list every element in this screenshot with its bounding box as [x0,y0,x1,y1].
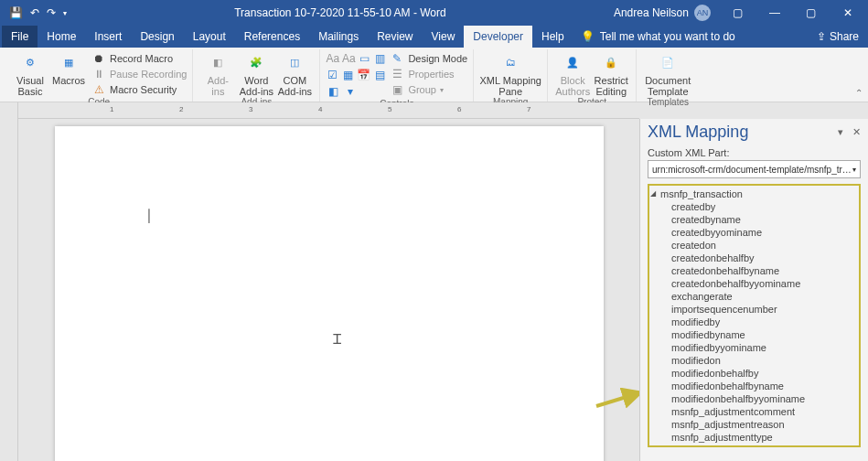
lightbulb-icon: 💡 [581,30,595,43]
document-area[interactable]: │ Ꮖ [18,119,639,461]
minimize-icon[interactable]: — [758,0,791,26]
addins-icon: ◧ [207,51,229,73]
tree-node[interactable]: modifiedonbehalfby [651,367,857,380]
macros-button[interactable]: ▦ Macros [49,51,88,86]
tree-node[interactable]: msnfp_adjustmentcomment [651,405,857,418]
tree-node[interactable]: importsequencenumber [651,303,857,316]
properties-button: ☰Properties [390,67,467,81]
record-icon: ⏺ [91,51,106,66]
dropdown-value: urn:microsoft-crm/document-template/msnf… [652,165,852,175]
pause-recording-button: ⏸Pause Recording [91,67,187,81]
com-addins-button[interactable]: ◫ COM Add-ins [275,51,314,97]
block-authors-icon: 👤 [562,51,584,73]
tree-node[interactable]: modifiedonbehalfbyname [651,380,857,392]
record-macro-button[interactable]: ⏺Record Macro [91,51,187,66]
user-name[interactable]: Andrea Neilson [614,6,689,19]
tree-node[interactable]: createdby [651,200,857,213]
pane-subtitle: Custom XML Part: [640,147,868,160]
template-icon: 📄 [657,51,679,73]
restrict-icon: 🔒 [600,51,622,73]
tab-insert[interactable]: Insert [85,26,131,48]
restrict-editing-button[interactable]: 🔒 Restrict Editing [592,51,630,97]
addins-button: ◧ Add- ins [198,51,237,97]
avatar[interactable]: AN [694,5,711,21]
ribbon-options-icon[interactable]: ▢ [722,0,755,26]
tree-root-node[interactable]: msnfp_transaction [651,188,857,200]
tree-node[interactable]: modifiedby [651,316,857,328]
word-addins-button[interactable]: 🧩 Word Add-ins [237,51,275,97]
xml-mapping-icon: 🗂 [499,51,521,73]
macros-icon: ▦ [58,51,80,73]
group-button: ▣Group ▾ [390,82,467,97]
tab-references[interactable]: References [235,26,309,48]
group-templates-label: Templates [642,97,693,108]
tree-node[interactable]: createdbyyominame [651,226,857,239]
tree-node[interactable]: createdon [651,239,857,252]
tree-node[interactable]: createdonbehalfbyyominame [651,277,857,290]
controls-gallery[interactable]: AaAa▭▥ [326,51,386,66]
share-label: Share [830,30,859,43]
redo-icon[interactable]: ↷ [47,6,56,19]
tab-design[interactable]: Design [131,26,183,48]
collapse-ribbon-icon[interactable]: ⌃ [855,88,863,98]
tab-review[interactable]: Review [368,26,422,48]
tree-node[interactable]: createdbyname [651,213,857,226]
tree-node[interactable]: modifiedonbehalfbyyominame [651,392,857,405]
word-addins-icon: 🧩 [245,51,267,73]
tree-node[interactable]: createdonbehalfbyname [651,264,857,277]
share-button[interactable]: ⇪ Share [817,30,866,43]
pane-title: XML Mapping [648,123,748,142]
tab-mailings[interactable]: Mailings [309,26,368,48]
qat-dropdown-icon[interactable]: ▾ [63,9,67,17]
page[interactable]: │ Ꮖ [55,126,604,461]
text-cursor: │ [146,209,154,222]
tree-node[interactable]: modifiedon [651,354,857,367]
xml-mapping-pane: XML Mapping ▾ ✕ Custom XML Part: urn:mic… [639,119,868,461]
tree-node[interactable]: modifiedbyname [651,328,857,341]
vb-icon: ⚙ [19,51,41,73]
document-template-button[interactable]: 📄 Document Template [642,51,693,97]
block-authors-button: 👤 Block Authors [553,51,592,97]
save-icon[interactable]: 💾 [9,6,23,19]
maximize-icon[interactable]: ▢ [795,0,828,26]
undo-icon[interactable]: ↶ [30,6,39,19]
group-icon: ▣ [390,82,404,97]
design-mode-icon: ✎ [390,51,404,66]
close-icon[interactable]: ✕ [831,0,864,26]
pane-close-icon[interactable]: ✕ [852,126,861,138]
ribbon: ⚙ Visual Basic ▦ Macros ⏺Record Macro ⏸P… [0,48,868,102]
share-icon: ⇪ [817,30,826,43]
file-tab[interactable]: File [2,26,38,48]
tree-node[interactable]: msnfp_adjustmenttype [651,431,857,444]
tree-node[interactable]: modifiedbyyominame [651,341,857,354]
xml-mapping-pane-button[interactable]: 🗂 XML Mapping Pane [479,51,541,97]
tab-layout[interactable]: Layout [184,26,235,48]
pause-icon: ⏸ [91,67,106,81]
design-mode-button[interactable]: ✎Design Mode [390,51,467,66]
properties-icon: ☰ [390,67,404,81]
tab-view[interactable]: View [423,26,465,48]
tab-developer[interactable]: Developer [464,26,532,48]
mouse-ibeam-cursor: Ꮖ [333,331,338,348]
tree-node[interactable]: msnfp_adjustmentreason [651,418,857,431]
horizontal-ruler[interactable]: 1 2 3 4 5 6 7 [18,102,639,119]
vertical-ruler[interactable] [0,119,18,461]
tree-node[interactable]: createdonbehalfby [651,252,857,264]
macro-security-button[interactable]: ⚠Macro Security [91,82,187,97]
window-title: Transaction 10-7-2020 11-55-10 AM - Word [234,6,445,19]
pane-options-icon[interactable]: ▾ [838,126,843,138]
tab-home[interactable]: Home [38,26,85,48]
tab-help[interactable]: Help [532,26,573,48]
warning-icon: ⚠ [91,82,106,97]
xml-tree[interactable]: msnfp_transaction createdbycreatedbyname… [648,184,861,447]
visual-basic-button[interactable]: ⚙ Visual Basic [11,51,49,97]
com-addins-icon: ◫ [284,51,305,73]
tree-node[interactable]: exchangerate [651,290,857,303]
tell-me[interactable]: Tell me what you want to do [600,30,735,43]
chevron-down-icon: ▾ [852,166,856,174]
custom-xml-part-dropdown[interactable]: urn:microsoft-crm/document-template/msnf… [648,160,861,178]
